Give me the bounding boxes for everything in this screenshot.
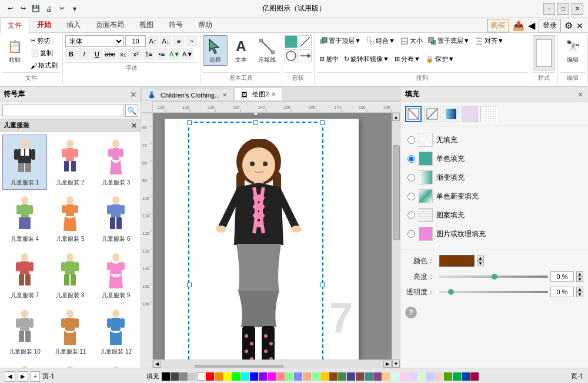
symbol-item-15[interactable]: 儿童服装 15: [93, 360, 138, 368]
fill-icon-2[interactable]: [424, 106, 440, 122]
bring-to-front[interactable]: 置于顶层▼: [317, 35, 363, 46]
symbol-item-3[interactable]: 儿童服装 3: [93, 135, 138, 190]
symbol-item-14[interactable]: 儿童服装 14: [48, 360, 93, 368]
scroll-track[interactable]: [392, 121, 400, 360]
transparency-spin-up[interactable]: ▲: [576, 287, 583, 292]
qa-cut[interactable]: ✂: [56, 4, 67, 14]
scroll-thumb[interactable]: [393, 145, 400, 240]
fill-solid-radio[interactable]: [407, 155, 415, 163]
tab-symbol[interactable]: 符号: [161, 17, 191, 32]
handle-tl[interactable]: [187, 120, 192, 125]
qa-save[interactable]: 💾: [31, 4, 41, 14]
font-size-increase[interactable]: A↑: [147, 35, 159, 47]
palette-lightgreen[interactable]: [285, 372, 293, 381]
bold-button[interactable]: B: [65, 48, 77, 60]
buy-button[interactable]: 购买: [487, 19, 509, 32]
shape-circle[interactable]: [285, 49, 298, 62]
tab-help[interactable]: 帮助: [191, 17, 220, 32]
brightness-slider[interactable]: [439, 276, 548, 278]
scroll-down-btn[interactable]: ▼: [392, 360, 400, 368]
palette-teal[interactable]: [365, 372, 373, 381]
canvas-tab-2[interactable]: 🖼 绘图2 ✕: [235, 88, 282, 100]
fill-image-radio[interactable]: [407, 230, 415, 238]
category-close-icon[interactable]: ✕: [131, 122, 137, 130]
symbol-item-12[interactable]: 儿童服装 12: [93, 304, 138, 359]
fill-none-radio[interactable]: [407, 136, 415, 144]
symbol-search-input[interactable]: [2, 105, 124, 116]
palette-darkgreen[interactable]: [338, 372, 346, 381]
send-to-back[interactable]: 置于底层▼: [426, 35, 472, 46]
palette-cobalt[interactable]: [462, 372, 470, 381]
palette-pink[interactable]: [276, 372, 285, 381]
fill-icon-selected[interactable]: [405, 106, 422, 122]
superscript-button[interactable]: x²: [130, 48, 142, 60]
close-icon[interactable]: ✕: [576, 21, 583, 31]
transparency-input[interactable]: [550, 287, 574, 297]
fill-gradient-option[interactable]: 渐变填充: [405, 169, 583, 186]
palette-peach[interactable]: [303, 372, 311, 381]
canvas-tab-1[interactable]: 👗 Children's Clothing... ✕: [141, 89, 233, 100]
select-tool-button[interactable]: 选择: [203, 35, 228, 66]
symbol-item-10[interactable]: 儿童服装 10: [2, 304, 47, 359]
symbol-item-9[interactable]: 儿童服装 9: [93, 247, 138, 303]
add-page-btn[interactable]: +: [31, 371, 40, 382]
copy-button[interactable]: 📄复制: [28, 48, 60, 59]
symbol-item-8[interactable]: 儿童服装 8: [48, 247, 93, 303]
size-button[interactable]: 大小: [398, 35, 425, 46]
style-preview[interactable]: [533, 35, 555, 70]
shape-line[interactable]: [299, 35, 312, 48]
palette-green[interactable]: [232, 372, 240, 381]
canvas-viewport[interactable]: 7 ▲ ▼ ◀: [153, 113, 400, 368]
symbol-item-7[interactable]: 儿童服装 7: [2, 247, 47, 303]
shape-arrow[interactable]: [299, 49, 312, 62]
font-align[interactable]: ≡: [173, 35, 185, 47]
fill-pattern-radio[interactable]: [407, 211, 415, 219]
fill-gradient2-radio[interactable]: [407, 193, 415, 200]
palette-crimson[interactable]: [470, 372, 479, 381]
list-unordered[interactable]: •≡: [156, 48, 168, 60]
transparency-spin-down[interactable]: ▼: [576, 292, 583, 297]
settings-icon[interactable]: ⚙: [564, 20, 573, 31]
scroll-right-btn[interactable]: ▶: [383, 361, 392, 368]
palette-white[interactable]: [197, 372, 205, 381]
brightness-spin-down[interactable]: ▼: [576, 277, 583, 282]
palette-periwinkle[interactable]: [426, 372, 435, 381]
tab-home[interactable]: 开始: [29, 17, 59, 32]
fill-icon-5[interactable]: [480, 106, 497, 122]
group-button[interactable]: 组合▼: [364, 35, 397, 46]
tab-view[interactable]: 视图: [132, 17, 161, 32]
rotate-handle[interactable]: [253, 113, 258, 116]
font-more[interactable]: ~: [186, 35, 198, 47]
fill-gradient2-option[interactable]: 单色新变填充: [405, 187, 583, 205]
format-copy-button[interactable]: 🖌格式刷: [28, 60, 60, 71]
minimize-button[interactable]: －: [543, 3, 555, 15]
palette-mint[interactable]: [312, 372, 320, 381]
palette-yellow[interactable]: [223, 372, 232, 381]
palette-pale-green[interactable]: [417, 372, 426, 381]
subscript-button[interactable]: x₁: [117, 48, 129, 60]
fill-panel-close[interactable]: ✕: [577, 90, 583, 99]
symbol-item-1[interactable]: 儿童服装 1: [2, 135, 47, 190]
rotate-button[interactable]: ↻ 旋转和镜像▼: [342, 53, 392, 65]
paste-button[interactable]: 📋 粘贴: [2, 35, 27, 66]
cut-button[interactable]: ✂剪切: [28, 35, 60, 46]
align-button[interactable]: 对齐▼: [473, 35, 506, 46]
close-button[interactable]: ✕: [572, 3, 583, 15]
fill-none-option[interactable]: 无填充: [405, 131, 583, 149]
canvas-tab-1-close[interactable]: ✕: [222, 92, 227, 98]
palette-blush[interactable]: [400, 372, 408, 381]
tab-layout[interactable]: 页面布局: [88, 17, 132, 32]
fill-solid-option[interactable]: 单色填充: [405, 150, 583, 167]
symbol-item-11[interactable]: 儿童服装 11: [48, 304, 93, 359]
fill-gradient-radio[interactable]: [407, 174, 415, 182]
palette-gray[interactable]: [179, 372, 188, 381]
symbol-item-6[interactable]: 儿童服装 6: [93, 191, 138, 246]
brightness-thumb[interactable]: [492, 274, 497, 280]
palette-magenta[interactable]: [268, 372, 276, 381]
palette-lavender[interactable]: [409, 372, 417, 381]
next-page-btn[interactable]: ▶: [18, 371, 28, 382]
list-ordered[interactable]: 1≡: [143, 48, 155, 60]
symbol-lib-close[interactable]: ✕: [130, 90, 137, 99]
palette-blue[interactable]: [250, 372, 258, 381]
brightness-input[interactable]: [550, 271, 574, 282]
